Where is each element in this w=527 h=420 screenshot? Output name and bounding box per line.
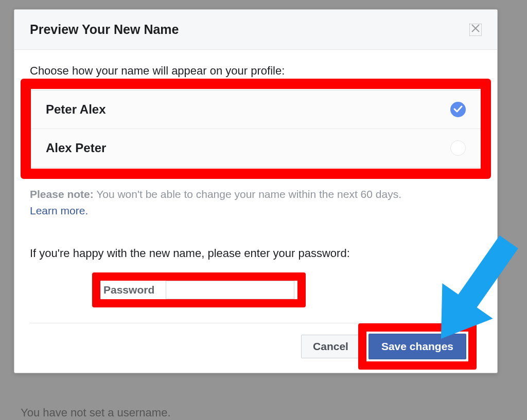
radio-selected-icon <box>450 102 466 117</box>
modal-body: Choose how your name will appear on your… <box>14 50 497 373</box>
modal-footer: Cancel Save changes <box>30 323 482 373</box>
save-button-wrapper: Save changes <box>368 334 466 359</box>
name-options-wrapper: Peter Alex Alex Peter <box>30 90 482 168</box>
close-button[interactable] <box>469 24 482 36</box>
note-text: Please note: You won't be able to change… <box>30 187 482 202</box>
check-icon <box>453 104 463 115</box>
close-icon <box>471 24 480 35</box>
choose-prompt: Choose how your name will appear on your… <box>30 64 482 78</box>
cancel-button[interactable]: Cancel <box>301 335 360 358</box>
password-input[interactable] <box>166 281 294 299</box>
modal-title: Preview Your New Name <box>30 22 179 37</box>
name-option-2[interactable]: Alex Peter <box>30 129 481 167</box>
name-option-1[interactable]: Peter Alex <box>30 90 481 129</box>
name-option-label: Alex Peter <box>46 141 106 155</box>
password-row-wrapper: Password <box>94 273 304 306</box>
save-changes-button[interactable]: Save changes <box>368 334 466 359</box>
radio-unselected-icon <box>450 140 466 156</box>
note-prefix: Please note: <box>30 188 94 200</box>
modal-header: Preview Your New Name <box>14 10 497 50</box>
name-option-label: Peter Alex <box>46 102 106 117</box>
username-status-text: You have not set a username. <box>21 406 171 419</box>
password-label: Password <box>103 284 154 296</box>
preview-name-modal: Preview Your New Name Choose how your na… <box>14 9 498 373</box>
password-prompt: If you're happy with the new name, pleas… <box>30 247 482 260</box>
learn-more-text: Learn more <box>30 205 85 216</box>
password-row: Password <box>94 273 304 306</box>
note-body: You won't be able to change your name wi… <box>94 188 401 200</box>
learn-more-link[interactable]: Learn more. <box>30 205 88 216</box>
name-options-list: Peter Alex Alex Peter <box>30 90 482 168</box>
